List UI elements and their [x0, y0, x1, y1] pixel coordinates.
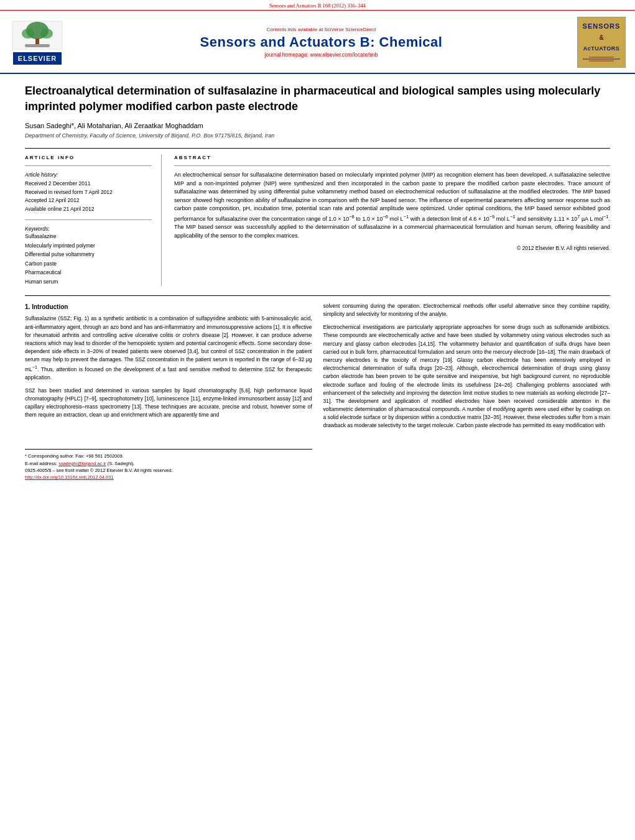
body-col-right: solvent consuming during the operation. … — [323, 302, 611, 481]
abstract-column: ABSTRACT An electrochemical sensor for s… — [174, 155, 610, 286]
footnote-doi: http://dx.doi.org/10.1016/j.snb.2012.04.… — [25, 474, 312, 481]
intro-para-2: SSZ has been studied and determined in v… — [25, 387, 312, 420]
svg-point-3 — [22, 29, 34, 39]
sensors-actuators-logo: SENSORS & AcTUATORS — [577, 17, 626, 68]
article-info-column: ARTICLE INFO Article history: Received 2… — [25, 155, 162, 286]
divider-2 — [25, 165, 152, 166]
footnote-area: * Corresponding author. Fax: +98 561 250… — [25, 449, 312, 481]
logo-decoration — [583, 56, 620, 62]
intro-para-4: Electrochemical investigations are parti… — [323, 323, 611, 430]
abstract-text: An electrochemical sensor for sulfasalaz… — [174, 171, 610, 240]
authors: Susan Sadeghi*, Ali Motaharian, Ali Zera… — [25, 122, 610, 129]
footnote-spacer — [25, 424, 312, 443]
svg-point-4 — [40, 29, 53, 39]
keyword-5: Pharmaceutical — [25, 268, 152, 277]
article-content: Electroanalytical determination of sulfa… — [0, 74, 635, 490]
intro-para-3: solvent consuming during the operation. … — [323, 302, 611, 318]
svg-rect-2 — [35, 39, 39, 45]
keyword-3: Differential pulse voltammetry — [25, 250, 152, 259]
divider-3 — [25, 219, 152, 220]
sensors-label: SENSORS — [583, 22, 621, 30]
revised-date: Received in revised form 7 April 2012 — [25, 189, 113, 195]
sciverse-text: Contents lists available at SciVerse Sci… — [65, 27, 577, 32]
keywords-section: Keywords: Sulfasalazine Molecularly impr… — [25, 219, 152, 286]
footnote-issn: 0925-4005/$ – see front matter © 2012 El… — [25, 467, 312, 474]
article-history: Article history: Received 2 December 201… — [25, 171, 152, 213]
divider-5 — [25, 295, 610, 296]
keyword-1: Sulfasalazine — [25, 232, 152, 241]
article-title: Electroanalytical determination of sulfa… — [25, 83, 610, 114]
body-content: 1. Introduction Sulfasalazine (SSZ; Fig.… — [25, 302, 610, 481]
divider-4 — [174, 165, 610, 166]
authors-text: Susan Sadeghi*, Ali Motaharian, Ali Zera… — [25, 122, 203, 129]
history-label: Article history: — [25, 172, 58, 178]
abstract-label: ABSTRACT — [174, 155, 610, 160]
body-col-left: 1. Introduction Sulfasalazine (SSZ; Fig.… — [25, 302, 312, 481]
journal-title: Sensors and Actuators B: Chemical — [65, 34, 577, 50]
keyword-6: Human serum — [25, 277, 152, 286]
keywords-label: Keywords: — [25, 226, 50, 232]
section-1-title: 1. Introduction — [25, 302, 312, 312]
footnote-email: E-mail address: ssadeghi@birjand.ac.ir (… — [25, 460, 312, 467]
elsevier-brand-box: ELSEVIER — [13, 52, 62, 65]
received-date: Received 2 December 2011 — [25, 180, 90, 187]
article-info-label: ARTICLE INFO — [25, 155, 152, 160]
intro-para-1: Sulfasalazine (SSZ; Fig. 1) as a synthet… — [25, 315, 312, 381]
elsevier-logo: ELSEVIER — [9, 18, 65, 67]
journal-reference-text: Sensors and Actuators B 168 (2012) 336–3… — [269, 2, 366, 9]
accepted-date: Accepted 12 April 2012 — [25, 197, 79, 203]
footnote-corresponding: * Corresponding author. Fax: +98 561 250… — [25, 453, 312, 459]
journal-homepage: journal homepage: www.elsevier.com/locat… — [65, 52, 577, 58]
actuators-label: AcTUATORS — [583, 45, 620, 52]
online-date: Available online 21 April 2012 — [25, 206, 94, 212]
article-info-abstract: ARTICLE INFO Article history: Received 2… — [25, 155, 610, 286]
copyright-text: © 2012 Elsevier B.V. All rights reserved… — [174, 245, 610, 251]
journal-reference-bar: Sensors and Actuators B 168 (2012) 336–3… — [0, 0, 635, 11]
svg-rect-5 — [25, 44, 50, 47]
affiliation: Department of Chemistry, Faculty of Scie… — [25, 132, 610, 139]
ampersand: & — [599, 34, 603, 41]
journal-header: ELSEVIER Contents lists available at Sci… — [0, 11, 635, 74]
elsevier-logo-icon — [9, 18, 65, 52]
divider-1 — [25, 148, 610, 149]
journal-title-area: Contents lists available at SciVerse Sci… — [65, 27, 577, 58]
keyword-2: Molecularly imprinted polymer — [25, 241, 152, 250]
keyword-4: Carbon paste — [25, 259, 152, 268]
